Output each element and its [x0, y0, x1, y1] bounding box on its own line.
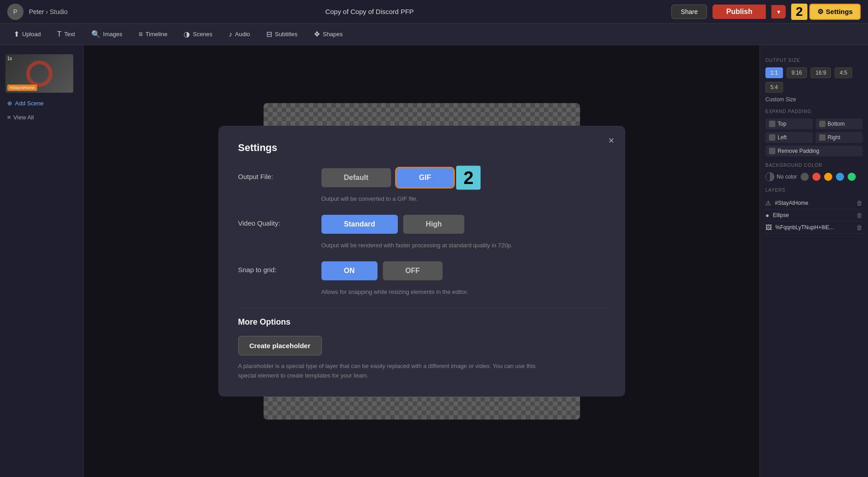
- layer-2-delete[interactable]: 🗑: [856, 212, 863, 219]
- quality-btn-row: Standard High: [321, 215, 513, 234]
- toolbar-audio[interactable]: ♪ Audio: [222, 28, 256, 41]
- color-dot-3[interactable]: [824, 173, 832, 181]
- modal-title: Settings: [238, 142, 605, 154]
- gif-btn[interactable]: GIF: [396, 168, 454, 187]
- shapes-icon: ❖: [314, 30, 320, 38]
- pad-bottom-btn[interactable]: Bottom: [816, 118, 863, 129]
- size-4-5-btn[interactable]: 4:5: [835, 67, 852, 78]
- text-label: Text: [64, 31, 75, 38]
- publish-button[interactable]: Publish: [712, 5, 766, 19]
- toolbar-timeline[interactable]: ≡ Timeline: [132, 28, 174, 41]
- modal-divider: [238, 308, 605, 308]
- share-button[interactable]: Share: [671, 5, 707, 19]
- toolbar-text[interactable]: T Text: [51, 28, 81, 41]
- plus-icon: ⊕: [7, 100, 12, 107]
- settings-label: Settings: [826, 8, 853, 15]
- color-dot-4[interactable]: [836, 173, 844, 181]
- video-quality-row: Video Quality: Standard High Output will…: [238, 215, 605, 249]
- publish-dropdown-button[interactable]: ▾: [771, 5, 786, 19]
- create-placeholder-button[interactable]: Create placeholder: [238, 336, 322, 355]
- video-quality-label: Video Quality:: [238, 215, 311, 227]
- output-size-label: OUTPUT SIZE: [765, 58, 863, 63]
- default-btn[interactable]: Default: [321, 168, 391, 187]
- snap-on-btn[interactable]: ON: [321, 261, 377, 280]
- color-dot-2[interactable]: [812, 173, 821, 181]
- size-9-16-btn[interactable]: 9:16: [787, 67, 807, 78]
- toolbar-images[interactable]: 🔍 Images: [85, 27, 129, 41]
- high-btn[interactable]: High: [403, 215, 465, 234]
- scene-item[interactable]: 1s #StayAtHome: [0, 51, 83, 96]
- pad-top-label: Top: [778, 121, 786, 127]
- remove-padding-icon: [769, 148, 775, 154]
- quality-hint: Output will be rendered with faster proc…: [321, 242, 513, 249]
- add-scene-button[interactable]: ⊕ Add Scene: [0, 96, 83, 110]
- toolbar-upload[interactable]: ⬆ Upload: [7, 27, 47, 41]
- gif-hint: Output will be converted to a GIF file.: [321, 195, 454, 202]
- layer-3-delete[interactable]: 🗑: [856, 224, 863, 231]
- avatar: P: [7, 4, 24, 20]
- pad-bottom-icon: [819, 121, 826, 127]
- list-icon: ≡: [7, 114, 11, 121]
- size-5-4-btn[interactable]: 5:4: [765, 82, 783, 93]
- toolbar-shapes[interactable]: ❖ Shapes: [307, 27, 349, 41]
- more-options-title: More Options: [238, 317, 605, 327]
- audio-label: Audio: [235, 31, 250, 38]
- topbar: P Peter › Studio Copy of Copy of Discord…: [0, 0, 868, 24]
- pad-right-icon: [819, 134, 826, 141]
- breadcrumb-user[interactable]: Peter: [29, 8, 44, 15]
- custom-size-btn[interactable]: Custom Size: [765, 96, 863, 103]
- view-all-label: View All: [14, 114, 34, 121]
- output-file-row: Output File: Default GIF 2 Output will b…: [238, 168, 605, 202]
- scenes-icon: ◑: [184, 30, 190, 38]
- toolbar-scenes[interactable]: ◑ Scenes: [177, 27, 218, 41]
- pad-left-label: Left: [778, 134, 787, 141]
- remove-padding-label: Remove Padding: [778, 148, 819, 154]
- size-options-row: 1:1 9:16 16:9 4:5 5:4: [765, 67, 863, 93]
- snap-off-btn[interactable]: OFF: [383, 261, 443, 280]
- svg-point-0: [28, 62, 51, 85]
- modal-close-button[interactable]: ×: [609, 135, 614, 146]
- breadcrumb-app: Studio: [50, 8, 68, 15]
- main-layout: 1s #StayAtHome ⊕ Add Scene ≡ View All Se…: [0, 45, 868, 477]
- color-dot-1[interactable]: [801, 173, 809, 181]
- pad-right-btn[interactable]: Right: [816, 132, 863, 143]
- pad-top-btn[interactable]: Top: [765, 118, 813, 129]
- breadcrumb: Peter › Studio: [29, 8, 68, 15]
- settings-modal: Settings × Output File: Default GIF 2: [218, 126, 625, 397]
- bg-color-row: No color: [765, 172, 863, 181]
- timeline-label: Timeline: [146, 31, 168, 38]
- padding-grid: Top Bottom Left Right: [765, 118, 863, 143]
- pad-top-icon: [769, 121, 775, 127]
- bg-color-label: BACKGROUND COLOR: [765, 163, 863, 168]
- snap-grid-row: Snap to grid: ON OFF Allows for snapping…: [238, 261, 605, 295]
- layer-item-1[interactable]: ⚠ #StayAtHome 🗑: [765, 197, 863, 209]
- layer-item-3[interactable]: 🖼 %FqqnbLyTNupH+8iE... 🗑: [765, 222, 863, 234]
- no-color-option[interactable]: No color: [765, 172, 797, 181]
- scenes-label: Scenes: [193, 31, 212, 38]
- settings-button[interactable]: ⚙ Settings: [809, 4, 861, 20]
- scene-thumb-svg: [21, 60, 57, 87]
- pad-right-label: Right: [828, 134, 840, 141]
- snap-btn-row: ON OFF: [321, 261, 468, 280]
- color-dot-5[interactable]: [848, 173, 856, 181]
- layer-1-name: #StayAtHome: [775, 200, 853, 206]
- toolbar-subtitles[interactable]: ⊟ Subtitles: [260, 27, 304, 41]
- remove-padding-btn[interactable]: Remove Padding: [765, 146, 863, 156]
- layer-1-delete[interactable]: 🗑: [856, 199, 863, 207]
- output-file-options: Default GIF 2 Output will be converted t…: [321, 168, 454, 202]
- layer-item-2[interactable]: ● Ellipse 🗑: [765, 209, 863, 222]
- pad-left-btn[interactable]: Left: [765, 132, 813, 143]
- layer-1-icon: ⚠: [765, 199, 771, 207]
- standard-btn[interactable]: Standard: [321, 215, 398, 234]
- view-all-button[interactable]: ≡ View All: [0, 110, 83, 124]
- size-16-9-btn[interactable]: 16:9: [811, 67, 831, 78]
- right-sidebar: OUTPUT SIZE 1:1 9:16 16:9 4:5 5:4 Custom…: [760, 45, 868, 477]
- add-scene-label: Add Scene: [15, 100, 44, 107]
- snap-grid-options: ON OFF Allows for snapping while resizin…: [321, 261, 468, 295]
- layer-2-name: Ellipse: [773, 212, 853, 218]
- audio-icon: ♪: [229, 30, 232, 38]
- size-1-1-btn[interactable]: 1:1: [765, 67, 783, 78]
- images-label: Images: [103, 31, 123, 38]
- scene-thumbnail: 1s #StayAtHome: [5, 54, 73, 93]
- text-icon: T: [57, 30, 61, 38]
